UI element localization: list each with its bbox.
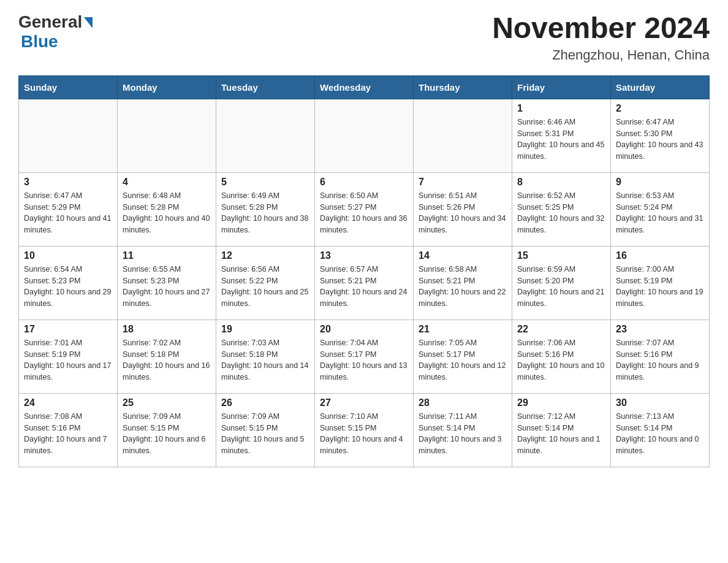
calendar-cell: 18Sunrise: 7:02 AM Sunset: 5:18 PM Dayli… (118, 320, 216, 393)
day-number: 1 (517, 103, 605, 114)
day-info: Sunrise: 7:13 AM Sunset: 5:14 PM Dayligh… (616, 411, 704, 457)
day-info: Sunrise: 7:08 AM Sunset: 5:16 PM Dayligh… (24, 411, 112, 457)
day-info: Sunrise: 6:59 AM Sunset: 5:20 PM Dayligh… (517, 264, 605, 310)
day-info: Sunrise: 6:56 AM Sunset: 5:22 PM Dayligh… (221, 264, 309, 310)
day-number: 14 (419, 250, 507, 261)
calendar-cell: 25Sunrise: 7:09 AM Sunset: 5:15 PM Dayli… (118, 393, 216, 467)
day-info: Sunrise: 7:11 AM Sunset: 5:14 PM Dayligh… (419, 411, 507, 457)
day-info: Sunrise: 7:05 AM Sunset: 5:17 PM Dayligh… (419, 337, 507, 383)
calendar-cell: 20Sunrise: 7:04 AM Sunset: 5:17 PM Dayli… (315, 320, 414, 393)
day-info: Sunrise: 6:47 AM Sunset: 5:29 PM Dayligh… (24, 190, 112, 236)
logo: General Blue (18, 12, 93, 52)
calendar-cell: 30Sunrise: 7:13 AM Sunset: 5:14 PM Dayli… (611, 393, 710, 467)
day-info: Sunrise: 7:12 AM Sunset: 5:14 PM Dayligh… (517, 411, 605, 457)
day-number: 9 (616, 177, 704, 188)
day-info: Sunrise: 6:57 AM Sunset: 5:21 PM Dayligh… (320, 264, 408, 310)
calendar-cell: 9Sunrise: 6:53 AM Sunset: 5:24 PM Daylig… (611, 172, 710, 246)
calendar-cell (414, 99, 512, 172)
day-number: 25 (123, 397, 211, 408)
day-info: Sunrise: 7:02 AM Sunset: 5:18 PM Dayligh… (123, 337, 211, 383)
calendar-cell: 7Sunrise: 6:51 AM Sunset: 5:26 PM Daylig… (414, 172, 512, 246)
day-info: Sunrise: 6:47 AM Sunset: 5:30 PM Dayligh… (616, 117, 704, 163)
calendar-cell: 2Sunrise: 6:47 AM Sunset: 5:30 PM Daylig… (611, 99, 710, 172)
day-number: 12 (221, 250, 309, 261)
day-number: 20 (320, 324, 408, 335)
calendar-cell (315, 99, 414, 172)
header-row: Sunday Monday Tuesday Wednesday Thursday… (19, 75, 710, 99)
day-info: Sunrise: 6:48 AM Sunset: 5:28 PM Dayligh… (123, 190, 211, 236)
day-number: 30 (616, 397, 704, 408)
day-number: 10 (24, 250, 112, 261)
calendar-cell: 22Sunrise: 7:06 AM Sunset: 5:16 PM Dayli… (512, 320, 611, 393)
calendar-cell: 6Sunrise: 6:50 AM Sunset: 5:27 PM Daylig… (315, 172, 414, 246)
calendar-cell: 17Sunrise: 7:01 AM Sunset: 5:19 PM Dayli… (19, 320, 118, 393)
calendar-cell: 28Sunrise: 7:11 AM Sunset: 5:14 PM Dayli… (414, 393, 512, 467)
col-wednesday: Wednesday (315, 75, 414, 99)
calendar-body: 1Sunrise: 6:46 AM Sunset: 5:31 PM Daylig… (19, 99, 710, 467)
calendar-cell: 19Sunrise: 7:03 AM Sunset: 5:18 PM Dayli… (216, 320, 315, 393)
day-number: 28 (419, 397, 507, 408)
col-sunday: Sunday (19, 75, 118, 99)
day-info: Sunrise: 7:04 AM Sunset: 5:17 PM Dayligh… (320, 337, 408, 383)
calendar-week-5: 24Sunrise: 7:08 AM Sunset: 5:16 PM Dayli… (19, 393, 710, 467)
calendar-cell: 8Sunrise: 6:52 AM Sunset: 5:25 PM Daylig… (512, 172, 611, 246)
day-number: 23 (616, 324, 704, 335)
calendar-header: Sunday Monday Tuesday Wednesday Thursday… (19, 75, 710, 99)
calendar-cell: 27Sunrise: 7:10 AM Sunset: 5:15 PM Dayli… (315, 393, 414, 467)
calendar-cell: 21Sunrise: 7:05 AM Sunset: 5:17 PM Dayli… (414, 320, 512, 393)
day-number: 6 (320, 177, 408, 188)
day-number: 24 (24, 397, 112, 408)
calendar-cell: 16Sunrise: 7:00 AM Sunset: 5:19 PM Dayli… (611, 246, 710, 320)
location: Zhengzhou, Henan, China (492, 47, 710, 63)
day-number: 4 (123, 177, 211, 188)
calendar-cell: 23Sunrise: 7:07 AM Sunset: 5:16 PM Dayli… (611, 320, 710, 393)
page-header: General Blue November 2024 Zhengzhou, He… (18, 12, 710, 63)
calendar-cell (216, 99, 315, 172)
logo-blue-text: Blue (21, 32, 58, 51)
day-number: 2 (616, 103, 704, 114)
calendar-cell: 4Sunrise: 6:48 AM Sunset: 5:28 PM Daylig… (118, 172, 216, 246)
col-saturday: Saturday (611, 75, 710, 99)
day-number: 7 (419, 177, 507, 188)
day-number: 13 (320, 250, 408, 261)
day-info: Sunrise: 7:09 AM Sunset: 5:15 PM Dayligh… (123, 411, 211, 457)
calendar-cell: 1Sunrise: 6:46 AM Sunset: 5:31 PM Daylig… (512, 99, 611, 172)
day-info: Sunrise: 7:09 AM Sunset: 5:15 PM Dayligh… (221, 411, 309, 457)
day-number: 21 (419, 324, 507, 335)
calendar-cell: 10Sunrise: 6:54 AM Sunset: 5:23 PM Dayli… (19, 246, 118, 320)
calendar-cell: 12Sunrise: 6:56 AM Sunset: 5:22 PM Dayli… (216, 246, 315, 320)
day-number: 11 (123, 250, 211, 261)
day-number: 27 (320, 397, 408, 408)
calendar-cell (19, 99, 118, 172)
day-info: Sunrise: 7:10 AM Sunset: 5:15 PM Dayligh… (320, 411, 408, 457)
day-number: 15 (517, 250, 605, 261)
day-info: Sunrise: 6:55 AM Sunset: 5:23 PM Dayligh… (123, 264, 211, 310)
day-info: Sunrise: 7:00 AM Sunset: 5:19 PM Dayligh… (616, 264, 704, 310)
calendar-cell: 5Sunrise: 6:49 AM Sunset: 5:28 PM Daylig… (216, 172, 315, 246)
calendar-cell: 3Sunrise: 6:47 AM Sunset: 5:29 PM Daylig… (19, 172, 118, 246)
calendar-cell (118, 99, 216, 172)
logo-general-text: General (18, 12, 82, 32)
calendar-cell: 13Sunrise: 6:57 AM Sunset: 5:21 PM Dayli… (315, 246, 414, 320)
day-info: Sunrise: 7:07 AM Sunset: 5:16 PM Dayligh… (616, 337, 704, 383)
col-friday: Friday (512, 75, 611, 99)
title-area: November 2024 Zhengzhou, Henan, China (492, 12, 710, 63)
calendar-cell: 26Sunrise: 7:09 AM Sunset: 5:15 PM Dayli… (216, 393, 315, 467)
day-number: 16 (616, 250, 704, 261)
calendar-week-3: 10Sunrise: 6:54 AM Sunset: 5:23 PM Dayli… (19, 246, 710, 320)
col-monday: Monday (118, 75, 216, 99)
day-info: Sunrise: 6:46 AM Sunset: 5:31 PM Dayligh… (517, 117, 605, 163)
day-number: 5 (221, 177, 309, 188)
day-info: Sunrise: 7:03 AM Sunset: 5:18 PM Dayligh… (221, 337, 309, 383)
calendar-week-4: 17Sunrise: 7:01 AM Sunset: 5:19 PM Dayli… (19, 320, 710, 393)
day-number: 18 (123, 324, 211, 335)
day-info: Sunrise: 7:01 AM Sunset: 5:19 PM Dayligh… (24, 337, 112, 383)
day-number: 29 (517, 397, 605, 408)
day-info: Sunrise: 6:50 AM Sunset: 5:27 PM Dayligh… (320, 190, 408, 236)
calendar-week-2: 3Sunrise: 6:47 AM Sunset: 5:29 PM Daylig… (19, 172, 710, 246)
day-number: 17 (24, 324, 112, 335)
day-info: Sunrise: 6:52 AM Sunset: 5:25 PM Dayligh… (517, 190, 605, 236)
calendar-cell: 15Sunrise: 6:59 AM Sunset: 5:20 PM Dayli… (512, 246, 611, 320)
col-thursday: Thursday (414, 75, 512, 99)
day-info: Sunrise: 6:49 AM Sunset: 5:28 PM Dayligh… (221, 190, 309, 236)
